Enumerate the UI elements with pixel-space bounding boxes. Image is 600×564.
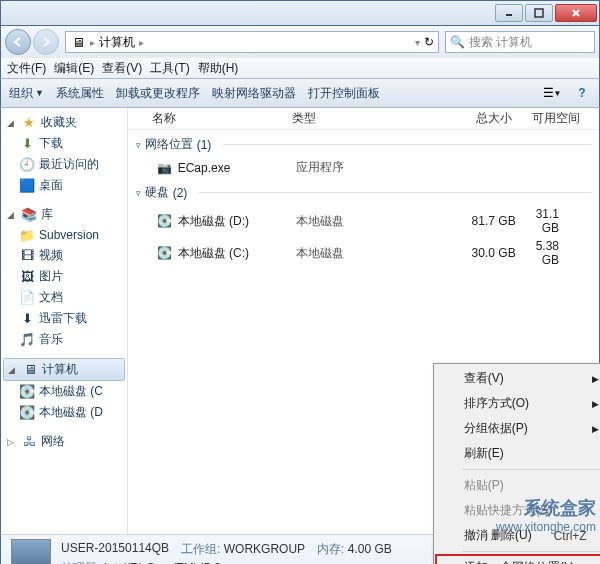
separator (462, 469, 600, 470)
col-name[interactable]: 名称 (152, 110, 292, 127)
search-box[interactable]: 🔍 搜索 计算机 (445, 31, 595, 53)
sidebar-drive-c[interactable]: 💽本地磁盘 (C (1, 381, 127, 402)
sysprops-button[interactable]: 系统属性 (56, 85, 104, 102)
sidebar: ◢★收藏夹 ⬇下载 🕘最近访问的 🟦桌面 ◢📚库 📁Subversion 🎞视频… (1, 108, 128, 534)
ctx-undo[interactable]: 撤消 删除(U)Ctrl+Z (436, 523, 600, 548)
drive-icon: 💽 (19, 384, 35, 400)
col-free[interactable]: 可用空间 (532, 110, 599, 127)
ctx-add-network-location[interactable]: 添加一个网络位置(L) (436, 555, 600, 564)
computer-name: USER-20150114QB (61, 541, 169, 558)
menu-view[interactable]: 查看(V) (102, 60, 142, 77)
view-options-icon[interactable]: ☰ ▼ (543, 84, 561, 102)
help-icon[interactable]: ? (573, 84, 591, 102)
mapdrive-button[interactable]: 映射网络驱动器 (212, 85, 296, 102)
computer-thumbnail-icon (11, 539, 51, 564)
content-area: ◢★收藏夹 ⬇下载 🕘最近访问的 🟦桌面 ◢📚库 📁Subversion 🎞视频… (0, 108, 600, 534)
submenu-arrow-icon: ▶ (592, 374, 599, 384)
drive-icon: 💽 (156, 245, 174, 261)
uninstall-button[interactable]: 卸载或更改程序 (116, 85, 200, 102)
sidebar-pictures[interactable]: 🖼图片 (1, 266, 127, 287)
sidebar-downloads[interactable]: ⬇下载 (1, 133, 127, 154)
close-button[interactable] (555, 4, 597, 22)
download-icon: ⬇ (19, 136, 35, 152)
menubar: 文件(F) 编辑(E) 查看(V) 工具(T) 帮助(H) (0, 58, 600, 78)
search-icon: 🔍 (450, 35, 465, 49)
recent-icon: 🕘 (19, 157, 35, 173)
library-icon: 📚 (21, 207, 37, 223)
column-headers[interactable]: 名称 类型 总大小 可用空间 (128, 108, 599, 130)
drive-icon: 💽 (19, 405, 35, 421)
sidebar-favorites[interactable]: ◢★收藏夹 (1, 112, 127, 133)
breadcrumb-computer[interactable]: 计算机 (99, 34, 135, 51)
menu-file[interactable]: 文件(F) (7, 60, 46, 77)
separator (462, 551, 600, 552)
col-total[interactable]: 总大小 (442, 110, 532, 127)
camera-icon: 📷 (156, 160, 174, 176)
menu-help[interactable]: 帮助(H) (198, 60, 239, 77)
menu-tools[interactable]: 工具(T) (150, 60, 189, 77)
context-menu: 查看(V)▶ 排序方式(O)▶ 分组依据(P)▶ 刷新(E) 粘贴(P) 粘贴快… (433, 363, 600, 564)
address-bar[interactable]: 🖥 ▸ 计算机 ▸ ▾ ↻ (65, 31, 439, 53)
sidebar-network[interactable]: ▷🖧网络 (1, 431, 127, 452)
music-icon: 🎵 (19, 332, 35, 348)
minimize-button[interactable] (495, 4, 523, 22)
item-drive-d[interactable]: 💽 本地磁盘 (D:) 本地磁盘 81.7 GB 31.1 GB (128, 205, 599, 237)
organize-button[interactable]: 组织 ▼ (9, 85, 44, 102)
sidebar-computer[interactable]: ◢🖥计算机 (3, 358, 125, 381)
shortcut-label: Ctrl+Z (554, 529, 587, 543)
sidebar-subversion[interactable]: 📁Subversion (1, 225, 127, 245)
sidebar-videos[interactable]: 🎞视频 (1, 245, 127, 266)
sidebar-music[interactable]: 🎵音乐 (1, 329, 127, 350)
sidebar-xunlei[interactable]: ⬇迅雷下载 (1, 308, 127, 329)
sidebar-drive-d[interactable]: 💽本地磁盘 (D (1, 402, 127, 423)
ctx-paste: 粘贴(P) (436, 473, 600, 498)
dropdown-icon[interactable]: ▾ (415, 37, 420, 48)
col-type[interactable]: 类型 (292, 110, 442, 127)
network-icon: 🖧 (21, 434, 37, 450)
ctx-sort[interactable]: 排序方式(O)▶ (436, 391, 600, 416)
video-icon: 🎞 (19, 248, 35, 264)
chevron-right-icon: ▸ (139, 37, 144, 48)
back-button[interactable] (5, 29, 31, 55)
picture-icon: 🖼 (19, 269, 35, 285)
main-panel: 名称 类型 总大小 可用空间 ▿ 网络位置 (1) 📷 ECap.exe 应用程… (128, 108, 599, 534)
maximize-button[interactable] (525, 4, 553, 22)
navbar: 🖥 ▸ 计算机 ▸ ▾ ↻ 🔍 搜索 计算机 (0, 26, 600, 58)
desktop-icon: 🟦 (19, 178, 35, 194)
chevron-right-icon: ▸ (90, 37, 95, 48)
ctrlpanel-button[interactable]: 打开控制面板 (308, 85, 380, 102)
memory-value: 4.00 GB (348, 542, 392, 556)
item-ecap[interactable]: 📷 ECap.exe 应用程序 (128, 157, 599, 178)
star-icon: ★ (21, 115, 37, 131)
xunlei-icon: ⬇ (19, 311, 35, 327)
submenu-arrow-icon: ▶ (592, 399, 599, 409)
computer-icon: 🖥 (70, 34, 86, 50)
forward-button[interactable] (33, 29, 59, 55)
workgroup-value: WORKGROUP (224, 542, 305, 556)
ctx-group[interactable]: 分组依据(P)▶ (436, 416, 600, 441)
sidebar-recent[interactable]: 🕘最近访问的 (1, 154, 127, 175)
sidebar-libraries[interactable]: ◢📚库 (1, 204, 127, 225)
svg-rect-1 (535, 9, 543, 17)
sidebar-documents[interactable]: 📄文档 (1, 287, 127, 308)
ctx-paste-shortcut: 粘贴快捷方式(S) (436, 498, 600, 523)
sidebar-desktop[interactable]: 🟦桌面 (1, 175, 127, 196)
drive-icon: 💽 (156, 213, 174, 229)
titlebar (0, 0, 600, 26)
document-icon: 📄 (19, 290, 35, 306)
group-drives[interactable]: ▿ 硬盘 (2) (128, 178, 599, 205)
folder-icon: 📁 (19, 227, 35, 243)
item-drive-c[interactable]: 💽 本地磁盘 (C:) 本地磁盘 30.0 GB 5.38 GB (128, 237, 599, 269)
refresh-icon[interactable]: ↻ (424, 35, 434, 49)
computer-icon: 🖥 (22, 362, 38, 378)
workgroup-label: 工作组: (181, 542, 220, 556)
group-network-locations[interactable]: ▿ 网络位置 (1) (128, 130, 599, 157)
menu-edit[interactable]: 编辑(E) (54, 60, 94, 77)
ctx-refresh[interactable]: 刷新(E) (436, 441, 600, 466)
ctx-view[interactable]: 查看(V)▶ (436, 366, 600, 391)
search-placeholder: 搜索 计算机 (469, 34, 532, 51)
submenu-arrow-icon: ▶ (592, 424, 599, 434)
toolbar: 组织 ▼ 系统属性 卸载或更改程序 映射网络驱动器 打开控制面板 ☰ ▼ ? (0, 78, 600, 108)
memory-label: 内存: (317, 542, 344, 556)
